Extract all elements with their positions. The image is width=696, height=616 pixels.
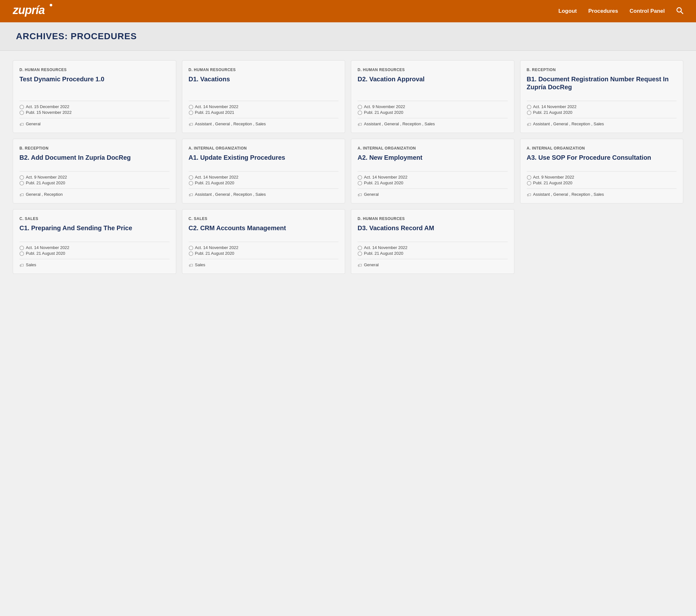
card-publ-date: ◯ Publ. 21 August 2020 — [527, 181, 677, 185]
card-publ-date: ◯ Publ. 21 August 2020 — [358, 251, 508, 256]
procedure-card[interactable]: A. Internal Organization A3. Use SOP For… — [520, 139, 684, 203]
tag-list: Assistant , General , Reception , Sales — [195, 122, 266, 126]
tag-list: Assistant , General , Reception , Sales — [533, 192, 604, 197]
card-title: D1. Vacations — [189, 75, 339, 88]
card-title: B2. Add Document In Zupría DocReg — [19, 154, 170, 167]
card-publ-date: ◯ Publ. 21 August 2020 — [189, 251, 339, 256]
card-title: A3. Use SOP For Procedure Consultation — [527, 154, 677, 167]
clock-icon: ◯ — [189, 104, 193, 109]
card-publ-date: ◯ Publ. 21 August 2021 — [189, 110, 339, 115]
logout-link[interactable]: Logout — [558, 8, 577, 14]
tag-icon: 🏷 — [358, 122, 362, 127]
control-panel-link[interactable]: Control Panel — [629, 8, 665, 14]
card-tags: 🏷 Assistant , General , Reception , Sale… — [527, 188, 677, 197]
card-meta: ◯ Act. 14 November 2022 ◯ Publ. 21 Augus… — [189, 171, 339, 185]
procedure-card[interactable]: D. Human Resources Test Dynamic Procedur… — [13, 60, 176, 133]
clock-icon-2: ◯ — [358, 181, 362, 185]
tag-icon: 🏷 — [527, 122, 531, 127]
card-meta: ◯ Act. 14 November 2022 ◯ Publ. 21 Augus… — [189, 101, 339, 115]
clock-icon-2: ◯ — [358, 110, 362, 115]
card-act-date: ◯ Act. 14 November 2022 — [189, 245, 339, 250]
card-publ-date: ◯ Publ. 21 August 2020 — [189, 181, 339, 185]
card-tags: 🏷 Sales — [189, 259, 339, 268]
card-category: D. Human Resources — [189, 67, 339, 72]
clock-icon: ◯ — [189, 245, 193, 250]
card-act-date: ◯ Act. 14 November 2022 — [19, 245, 170, 250]
card-publ-date: ◯ Publ. 21 August 2020 — [19, 181, 170, 185]
logo[interactable]: zupría — [13, 3, 54, 19]
card-category: C. Sales — [19, 216, 170, 221]
card-meta: ◯ Act. 14 November 2022 ◯ Publ. 21 Augus… — [527, 101, 677, 115]
procedure-card[interactable]: B. Reception B2. Add Document In Zupría … — [13, 139, 176, 203]
procedure-card[interactable]: D. Human Resources D3. Vacations Record … — [351, 209, 515, 274]
cards-grid: D. Human Resources Test Dynamic Procedur… — [0, 51, 696, 283]
tag-icon: 🏷 — [189, 192, 193, 197]
card-meta: ◯ Act. 9 November 2022 ◯ Publ. 21 August… — [527, 171, 677, 185]
clock-icon-2: ◯ — [358, 251, 362, 256]
procedures-link[interactable]: Procedures — [588, 8, 618, 14]
clock-icon: ◯ — [19, 245, 24, 250]
tag-list: General — [364, 192, 379, 197]
clock-icon: ◯ — [358, 104, 362, 109]
card-act-date: ◯ Act. 14 November 2022 — [189, 175, 339, 180]
tag-list: Assistant , General , Reception , Sales — [195, 192, 266, 197]
card-category: A. Internal Organization — [189, 146, 339, 151]
logo-text: zupría — [13, 3, 54, 19]
card-tags: 🏷 General , Reception — [19, 188, 170, 197]
page-title-area: Archives: Procedures — [0, 22, 696, 51]
procedure-card[interactable]: A. Internal Organization A1. Update Exis… — [182, 139, 346, 203]
card-act-date: ◯ Act. 15 December 2022 — [19, 104, 170, 109]
card-act-date: ◯ Act. 14 November 2022 — [527, 104, 677, 109]
card-meta: ◯ Act. 14 November 2022 ◯ Publ. 21 Augus… — [19, 242, 170, 256]
page-title: Archives: Procedures — [16, 31, 680, 42]
main-header: zupría Logout Procedures Control Panel — [0, 0, 696, 22]
procedure-card[interactable]: D. Human Resources D1. Vacations ◯ Act. … — [182, 60, 346, 133]
card-tags: 🏷 Assistant , General , Reception , Sale… — [358, 118, 508, 127]
clock-icon-2: ◯ — [527, 110, 532, 115]
clock-icon: ◯ — [19, 175, 24, 180]
card-title: A1. Update Existing Procedures — [189, 154, 339, 167]
tag-list: General , Reception — [26, 192, 63, 197]
card-title: C1. Preparing And Sending The Price — [19, 224, 170, 237]
header-nav: Logout Procedures Control Panel — [558, 7, 683, 16]
card-meta: ◯ Act. 14 November 2022 ◯ Publ. 21 Augus… — [358, 242, 508, 256]
tag-icon: 🏷 — [19, 263, 24, 268]
card-act-date: ◯ Act. 9 November 2022 — [358, 104, 508, 109]
card-category: C. Sales — [189, 216, 339, 221]
clock-icon-2: ◯ — [189, 110, 193, 115]
card-tags: 🏷 Assistant , General , Reception , Sale… — [527, 118, 677, 127]
procedure-card[interactable]: B. Reception B1. Document Registration N… — [520, 60, 684, 133]
clock-icon-2: ◯ — [189, 251, 193, 256]
clock-icon-2: ◯ — [527, 181, 532, 185]
card-act-date: ◯ Act. 14 November 2022 — [189, 104, 339, 109]
procedure-card[interactable]: D. Human Resources D2. Vacation Approval… — [351, 60, 515, 133]
card-act-date: ◯ Act. 14 November 2022 — [358, 245, 508, 250]
tag-icon: 🏷 — [19, 192, 24, 197]
card-tags: 🏷 Sales — [19, 259, 170, 268]
card-category: D. Human Resources — [358, 67, 508, 72]
card-act-date: ◯ Act. 9 November 2022 — [527, 175, 677, 180]
tag-icon: 🏷 — [527, 192, 531, 197]
clock-icon: ◯ — [358, 175, 362, 180]
card-tags: 🏷 Assistant , General , Reception , Sale… — [189, 118, 339, 127]
card-title: B1. Document Registration Number Request… — [527, 75, 677, 96]
card-title: D2. Vacation Approval — [358, 75, 508, 88]
card-tags: 🏷 General — [19, 118, 170, 127]
tag-icon: 🏷 — [189, 122, 193, 127]
tag-list: Assistant , General , Reception , Sales — [533, 122, 604, 126]
card-tags: 🏷 General — [358, 188, 508, 197]
procedure-card[interactable]: C. Sales C2. CRM Accounts Management ◯ A… — [182, 209, 346, 274]
card-act-date: ◯ Act. 9 November 2022 — [19, 175, 170, 180]
card-title: D3. Vacations Record AM — [358, 224, 508, 237]
tag-list: Sales — [26, 262, 36, 267]
card-tags: 🏷 Assistant , General , Reception , Sale… — [189, 188, 339, 197]
procedure-card[interactable]: A. Internal Organization A2. New Employm… — [351, 139, 515, 203]
tag-icon: 🏷 — [19, 122, 24, 127]
procedure-card[interactable]: C. Sales C1. Preparing And Sending The P… — [13, 209, 176, 274]
clock-icon-2: ◯ — [19, 251, 24, 256]
clock-icon: ◯ — [189, 175, 193, 180]
search-button[interactable] — [676, 7, 683, 16]
card-category: A. Internal Organization — [358, 146, 508, 151]
svg-text:zupría: zupría — [13, 3, 45, 17]
clock-icon-2: ◯ — [19, 181, 24, 185]
